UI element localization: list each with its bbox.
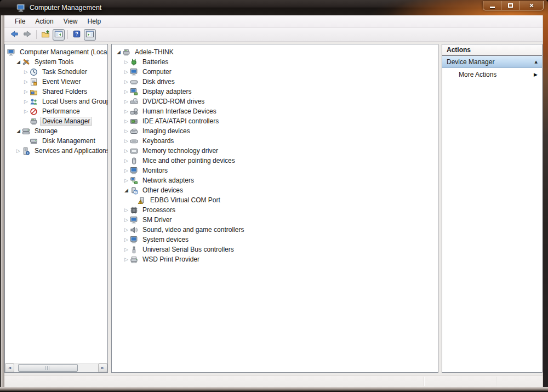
tree-item-batteries[interactable]: ▷Batteries xyxy=(114,57,438,67)
tree-item-memory-technology-driver[interactable]: ▷Memory technology driver xyxy=(114,146,438,156)
tree-item-adele-think[interactable]: ◢Adele-THINK xyxy=(114,47,438,57)
forward-button[interactable] xyxy=(21,29,33,41)
window-controls xyxy=(483,1,544,10)
scrollbar-thumb[interactable] xyxy=(18,364,78,372)
scroll-left-button[interactable]: ◄ xyxy=(5,363,14,372)
tree-item-services-and-applications[interactable]: ▷Services and Applications xyxy=(6,146,107,156)
maximize-button[interactable] xyxy=(501,1,520,10)
menu-file[interactable]: File xyxy=(10,15,30,27)
expand-arrow-icon[interactable]: ▷ xyxy=(123,126,130,136)
help-button[interactable] xyxy=(71,29,83,41)
tree-item-computer-management-local[interactable]: Computer Management (Local xyxy=(6,47,107,57)
expand-arrow-icon[interactable]: ▷ xyxy=(123,225,130,235)
actions-group-device-manager[interactable]: Device Manager ▲ xyxy=(442,56,542,68)
tree-item-mice-and-other-pointing-devices[interactable]: ▷Mice and other pointing devices xyxy=(114,156,438,166)
tree-item-edbg-virtual-com-port[interactable]: EDBG Virtual COM Port xyxy=(114,195,438,205)
tree-item-wsd-print-provider[interactable]: ▷WSD Print Provider xyxy=(114,254,438,264)
tree-item-disk-management[interactable]: Disk Management xyxy=(6,136,107,146)
expand-arrow-icon[interactable]: ▷ xyxy=(123,205,130,215)
expand-arrow-icon[interactable]: ▷ xyxy=(123,156,130,166)
expand-arrow-icon[interactable]: ▷ xyxy=(123,215,130,225)
tree-item-display-adapters[interactable]: ▷Display adapters xyxy=(114,87,438,96)
indent-spacer xyxy=(114,200,130,201)
expand-arrow-icon[interactable]: ▷ xyxy=(123,106,130,116)
indent-spacer xyxy=(6,151,15,151)
tree-item-sound-video-and-game-controllers[interactable]: ▷Sound, video and game controllers xyxy=(114,225,438,235)
tree-item-label: Local Users and Groups xyxy=(40,97,108,106)
collapse-arrow-icon[interactable]: ◢ xyxy=(115,47,122,57)
horizontal-scrollbar[interactable]: ◄ ► xyxy=(5,363,107,372)
tree-item-keyboards[interactable]: ▷Keyboards xyxy=(114,136,438,146)
show-hide-console-tree-button[interactable] xyxy=(53,29,65,41)
indent-spacer xyxy=(114,259,123,260)
show-hide-action-pane-button[interactable] xyxy=(84,29,96,41)
tree-item-storage[interactable]: ◢Storage xyxy=(6,126,107,136)
tree-item-label: Task Scheduler xyxy=(40,67,89,77)
expand-arrow-icon[interactable]: ▷ xyxy=(123,235,130,245)
expand-arrow-icon[interactable]: ▷ xyxy=(123,175,130,185)
tree-item-label: EDBG Virtual COM Port xyxy=(148,196,222,205)
tree-item-human-interface-devices[interactable]: ▷Human Interface Devices xyxy=(114,106,438,116)
expand-arrow-icon[interactable]: ▷ xyxy=(22,106,30,116)
collapse-arrow-icon[interactable]: ◢ xyxy=(15,126,22,136)
tree-item-shared-folders[interactable]: ▷Shared Folders xyxy=(6,87,107,96)
tree-item-computer[interactable]: ▷Computer xyxy=(114,67,438,77)
network-adapters-icon xyxy=(130,177,139,185)
menu-view[interactable]: View xyxy=(59,15,83,27)
tree-item-ide-ata-atapi-controllers[interactable]: ▷IDE ATA/ATAPI controllers xyxy=(114,116,438,126)
tree-item-performance[interactable]: ▷Performance xyxy=(6,106,107,116)
expand-arrow-icon[interactable]: ▷ xyxy=(123,245,130,254)
expand-arrow-icon[interactable]: ▷ xyxy=(123,67,130,77)
minimize-button[interactable] xyxy=(483,1,501,10)
tree-item-event-viewer[interactable]: ▷Event Viewer xyxy=(6,77,107,87)
tree-item-imaging-devices[interactable]: ▷Imaging devices xyxy=(114,126,438,136)
expand-arrow-icon[interactable]: ▷ xyxy=(123,116,130,126)
expand-arrow-icon[interactable]: ▷ xyxy=(123,87,130,96)
expand-arrow-icon[interactable]: ▷ xyxy=(22,67,30,77)
computer-icon xyxy=(130,68,139,76)
tree-item-device-manager[interactable]: Device Manager xyxy=(6,116,107,126)
tree-item-monitors[interactable]: ▷Monitors xyxy=(114,166,438,175)
expand-arrow-icon[interactable]: ▷ xyxy=(15,146,22,156)
menu-help[interactable]: Help xyxy=(83,15,106,27)
menu-action[interactable]: Action xyxy=(30,15,58,27)
expand-arrow-icon[interactable]: ▷ xyxy=(123,254,130,264)
more-actions-item[interactable]: More Actions ▶ xyxy=(442,68,542,81)
expand-arrow-icon[interactable]: ▷ xyxy=(123,136,130,146)
expand-arrow-icon[interactable]: ▷ xyxy=(22,87,30,96)
tree-item-task-scheduler[interactable]: ▷Task Scheduler xyxy=(6,67,107,77)
expand-arrow-icon[interactable]: ▷ xyxy=(123,57,130,67)
expand-arrow-icon[interactable]: ▷ xyxy=(123,146,130,156)
expand-arrow-icon[interactable]: ▷ xyxy=(22,96,30,106)
expand-arrow-icon[interactable]: ▷ xyxy=(123,96,130,106)
collapse-arrow-icon[interactable]: ◢ xyxy=(15,57,22,67)
indent-spacer xyxy=(114,249,123,250)
up-one-level-button[interactable] xyxy=(39,29,52,41)
back-icon xyxy=(10,30,19,40)
tree-item-network-adapters[interactable]: ▷Network adapters xyxy=(114,175,438,185)
tree-item-universal-serial-bus-controllers[interactable]: ▷Universal Serial Bus controllers xyxy=(114,245,438,254)
indent-spacer xyxy=(114,131,123,132)
tree-item-sm-driver[interactable]: ▷SM Driver xyxy=(114,215,438,225)
tree-item-system-devices[interactable]: ▷System devices xyxy=(114,235,438,245)
tree-item-system-tools[interactable]: ◢System Tools xyxy=(6,57,107,67)
tree-item-other-devices[interactable]: ◢Other devices xyxy=(114,185,438,195)
tree-item-local-users-and-groups[interactable]: ▷Local Users and Groups xyxy=(6,96,107,106)
display-adapters-icon xyxy=(130,88,139,96)
forward-icon xyxy=(23,30,32,40)
title-bar[interactable]: Computer Management xyxy=(0,0,548,15)
collapse-arrow-icon[interactable]: ◢ xyxy=(123,185,130,195)
tree-item-disk-drives[interactable]: ▷Disk drives xyxy=(114,77,438,87)
scroll-right-button[interactable]: ► xyxy=(98,363,107,372)
tree-item-processors[interactable]: ▷Processors xyxy=(114,205,438,215)
scrollbar-track[interactable] xyxy=(15,363,98,372)
close-button[interactable] xyxy=(520,1,543,10)
back-button[interactable] xyxy=(8,29,20,41)
expand-arrow-icon[interactable]: ▷ xyxy=(123,166,130,175)
tree-item-label: DVD/CD-ROM drives xyxy=(140,97,207,106)
expand-arrow-icon[interactable]: ▷ xyxy=(22,77,30,87)
collapse-arrow-icon[interactable]: ▲ xyxy=(535,60,538,64)
minimize-icon xyxy=(490,7,495,8)
tree-item-dvd-cd-rom-drives[interactable]: ▷DVD/CD-ROM drives xyxy=(114,96,438,106)
expand-arrow-icon[interactable]: ▷ xyxy=(123,77,130,87)
